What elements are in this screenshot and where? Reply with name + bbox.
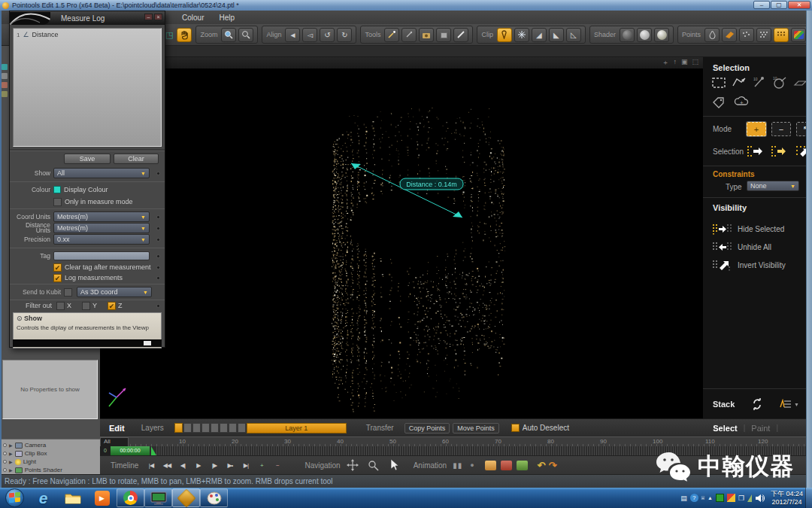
constraint-type-dropdown[interactable]: None▼ (747, 181, 799, 191)
dialog-close-icon[interactable]: × (154, 14, 162, 20)
antivirus-icon[interactable] (716, 494, 724, 502)
selection-copy-icon[interactable] (747, 144, 765, 158)
security-icon[interactable] (727, 494, 735, 502)
clip-out-button[interactable]: ◣ (549, 28, 564, 42)
up-icon[interactable]: ↑ (673, 58, 677, 68)
tree-item-light[interactable]: ▶ Light (3, 458, 100, 466)
side-tool-icon[interactable] (2, 64, 8, 70)
log-measurements-checkbox[interactable]: ✔ (53, 274, 62, 282)
expand-icon[interactable]: ▶ (9, 459, 13, 464)
filter-y-checkbox[interactable] (82, 302, 90, 310)
expand-icon[interactable]: ▶ (9, 443, 13, 448)
dialog-minimize-icon[interactable]: – (144, 14, 153, 20)
hide-selected-button[interactable]: Hide Selected (712, 224, 806, 235)
rotate-ccw-button[interactable]: ↺ (320, 28, 335, 42)
anim-dot-icon[interactable] (156, 254, 160, 258)
tree-label[interactable]: Points Shader (25, 467, 62, 473)
step-forward-button[interactable]: |▶ (208, 459, 220, 471)
clip-reset-button[interactable] (514, 28, 529, 42)
points-colour-button[interactable] (722, 28, 737, 42)
start-button[interactable] (5, 488, 24, 507)
shader-smooth-button[interactable] (637, 28, 652, 42)
taskbar-chrome-button[interactable] (117, 488, 144, 507)
zoom-in-button[interactable] (221, 28, 236, 42)
update-icon[interactable]: ? (690, 494, 698, 502)
layer-swatch[interactable] (183, 423, 192, 433)
taskbar-clock[interactable]: 下午 04:24 2012/7/24 (771, 490, 803, 506)
invert-visibility-button[interactable]: Invert Visibility (712, 260, 806, 271)
keyframe-paste-icon[interactable] (501, 461, 512, 470)
remove-key-button[interactable]: − (271, 459, 283, 471)
brush-select-icon[interactable]: 10 (751, 75, 768, 90)
taskbar-ie-button[interactable]: e (29, 488, 58, 508)
keyboard-icon[interactable]: ▤ (680, 494, 687, 502)
radio-icon[interactable] (3, 452, 7, 455)
clip-in-button[interactable]: ◢ (532, 28, 547, 42)
maximize-button[interactable]: ▢ (771, 1, 787, 9)
anim-dot-icon[interactable] (156, 304, 160, 308)
colour-swatch[interactable] (53, 186, 61, 193)
leaf-icon[interactable] (747, 494, 752, 502)
layer-swatch[interactable] (220, 423, 228, 433)
taskbar-paint-button[interactable] (200, 488, 228, 507)
cube-icon[interactable]: ◳ (165, 30, 173, 40)
clip-edge-button[interactable]: ◺ (566, 28, 581, 42)
coord-units-dropdown[interactable]: Metres(m)▼ (53, 211, 150, 222)
side-tool-icon[interactable] (2, 91, 8, 97)
layer-swatch-active[interactable] (174, 423, 183, 433)
clear-tag-checkbox[interactable]: ✔ (53, 263, 62, 272)
probe-tool-button[interactable] (401, 28, 417, 42)
playhead-marker[interactable] (151, 446, 156, 455)
taskbar-media-button[interactable]: ▶ (87, 488, 117, 508)
go-start-button[interactable]: |◀ (144, 459, 157, 471)
stack-sync-icon[interactable] (751, 397, 763, 411)
window-tray-icon[interactable]: ❐ (738, 494, 744, 502)
expand-icon[interactable]: ▶ (9, 451, 13, 456)
device-icon[interactable]: ⌸ (701, 495, 704, 501)
distance-units-dropdown[interactable]: Metres(m)▼ (53, 223, 150, 233)
display-colour-label[interactable]: Display Colour (64, 186, 108, 193)
mode-add-button[interactable]: + (747, 122, 766, 136)
tree-item-clipbox[interactable]: ▶ Clip Box (3, 449, 100, 458)
points-grid-shade-button[interactable] (774, 28, 789, 42)
play-key-button[interactable]: ▶• (223, 459, 236, 471)
points-dense-button[interactable] (756, 28, 771, 42)
zoom-nav-icon[interactable] (368, 460, 379, 471)
side-tool-icon[interactable] (2, 82, 8, 88)
taskbar-pointools-button[interactable] (172, 488, 200, 507)
measurement-list-item[interactable]: 1 ∠ Distance (14, 29, 161, 41)
tag-input[interactable] (53, 251, 150, 260)
help-collapse-icon[interactable]: ⊙ (17, 315, 24, 322)
menu-colour[interactable]: Colour (182, 14, 204, 22)
window-frame-right[interactable] (806, 11, 812, 488)
tray-expand-icon[interactable]: ▲ (707, 495, 713, 500)
layer-swatch[interactable] (229, 423, 237, 433)
save-button[interactable]: Save (64, 154, 111, 164)
expand-icon[interactable]: ▶ (9, 467, 13, 473)
measure-tool-button[interactable] (384, 28, 399, 42)
anim-dot-icon[interactable] (156, 172, 160, 175)
box-tool-button[interactable] (436, 28, 451, 42)
anim-dot-icon[interactable] (156, 238, 160, 242)
minimize-button[interactable]: – (753, 1, 770, 9)
side-tool-icon[interactable] (2, 73, 8, 79)
anim-dot-icon[interactable] (156, 215, 160, 219)
shader-flat-button[interactable] (620, 28, 635, 42)
filter-x-checkbox[interactable] (56, 302, 65, 310)
taskbar-explorer-button[interactable] (58, 488, 87, 508)
layer-swatch[interactable] (211, 423, 219, 433)
points-sparse-button[interactable] (739, 28, 754, 42)
redo-icon[interactable]: ↷ (549, 460, 557, 471)
layer-swatch[interactable] (192, 423, 201, 433)
circle-select-icon[interactable]: 10 (771, 75, 788, 90)
rect-select-icon[interactable] (710, 75, 727, 90)
clip-button[interactable] (497, 28, 512, 42)
maximize-view-icon[interactable]: ⬚ (692, 58, 698, 68)
keyframe-copy-icon[interactable] (485, 461, 496, 470)
tree-label[interactable]: Clip Box (25, 450, 47, 457)
layer-swatch[interactable] (201, 423, 210, 433)
only-measure-checkbox[interactable] (53, 198, 62, 206)
play-button[interactable]: ▶ (192, 459, 205, 471)
measurement-list[interactable]: 1 ∠ Distance (13, 28, 162, 147)
dialog-scrollbar[interactable] (13, 339, 162, 347)
